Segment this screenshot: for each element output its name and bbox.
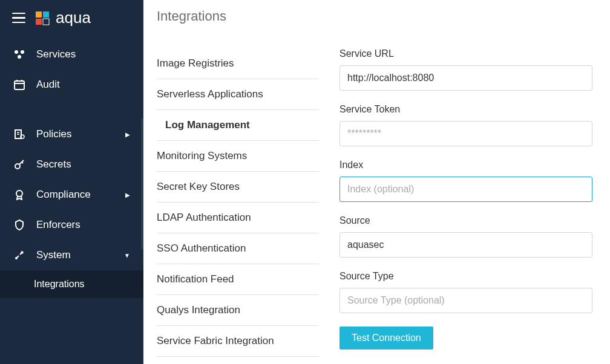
- brand-text: aqua: [56, 8, 91, 27]
- sidebar-item-secrets[interactable]: Secrets: [0, 149, 143, 180]
- svg-rect-2: [36, 19, 42, 25]
- calendar-icon: [13, 79, 25, 91]
- sidebar-subitem-integrations[interactable]: Integrations: [0, 270, 143, 298]
- svg-rect-1: [43, 11, 49, 18]
- hamburger-menu-icon[interactable]: [12, 13, 25, 24]
- nav-label: Audit: [36, 79, 60, 91]
- sidebar-header: aqua: [0, 8, 143, 39]
- sidebar-item-compliance[interactable]: Compliance ▶: [0, 180, 143, 210]
- svg-rect-7: [15, 81, 24, 89]
- svg-rect-0: [36, 11, 42, 18]
- main-content: Integrations Image Registries Serverless…: [143, 0, 610, 364]
- sublist-item-qualys-integration[interactable]: Qualys Integration: [157, 295, 319, 326]
- aqua-logo-icon: [34, 10, 51, 27]
- page-title: Integrations: [157, 8, 610, 24]
- svg-point-5: [21, 50, 24, 54]
- source-input[interactable]: [339, 232, 592, 258]
- svg-point-15: [15, 164, 20, 169]
- sidebar-item-policies[interactable]: Policies ▶: [0, 119, 143, 149]
- nav-label: Policies: [36, 128, 72, 140]
- service-token-label: Service Token: [339, 104, 592, 115]
- sublist-item-serverless-applications[interactable]: Serverless Applications: [157, 79, 319, 110]
- sublist-item-secret-key-stores[interactable]: Secret Key Stores: [157, 172, 319, 203]
- services-icon: [13, 48, 25, 60]
- sidebar: aqua Services Audit Policies ▶: [0, 0, 143, 364]
- nav-label: Secrets: [36, 158, 71, 171]
- svg-rect-3: [43, 19, 49, 25]
- sublist-item-notification-feed[interactable]: Notification Feed: [157, 264, 319, 295]
- index-label: Index: [339, 160, 592, 171]
- chevron-right-icon: ▶: [125, 131, 130, 138]
- key-icon: [13, 158, 25, 171]
- nav-label: Compliance: [36, 189, 91, 201]
- index-input[interactable]: [339, 177, 592, 202]
- sublist-item-image-registries[interactable]: Image Registries: [157, 48, 319, 79]
- svg-point-18: [16, 190, 22, 197]
- chevron-down-icon: ▼: [124, 252, 130, 259]
- service-url-input[interactable]: [339, 65, 592, 91]
- nav-label: System: [36, 249, 71, 261]
- sublist-item-log-management[interactable]: Log Management: [157, 110, 319, 141]
- sidebar-item-enforcers[interactable]: Enforcers: [0, 210, 143, 240]
- source-label: Source: [339, 215, 592, 226]
- sidebar-item-services[interactable]: Services: [0, 39, 143, 70]
- brand-logo[interactable]: aqua: [34, 8, 91, 27]
- sublist-item-monitoring-systems[interactable]: Monitoring Systems: [157, 141, 319, 172]
- svg-point-4: [15, 50, 18, 54]
- log-management-form: Service URL Service Token Index Source S…: [339, 48, 592, 357]
- nav-label: Enforcers: [36, 219, 80, 231]
- nav-label: Services: [36, 48, 76, 60]
- svg-point-6: [18, 55, 21, 59]
- source-type-input[interactable]: [339, 288, 592, 313]
- badge-icon: [13, 189, 25, 201]
- service-token-input[interactable]: [339, 121, 592, 146]
- shield-icon: [13, 219, 25, 231]
- policies-icon: [13, 128, 25, 140]
- sidebar-item-audit[interactable]: Audit: [0, 70, 143, 100]
- source-type-label: Source Type: [339, 271, 592, 282]
- nav-label: Integrations: [34, 279, 85, 289]
- service-url-label: Service URL: [339, 48, 592, 59]
- svg-line-17: [22, 162, 23, 163]
- chevron-right-icon: ▶: [125, 192, 130, 198]
- tools-icon: [13, 249, 25, 261]
- sublist-item-sso-authentication[interactable]: SSO Authentication: [157, 233, 319, 264]
- integrations-sublist: Image Registries Serverless Applications…: [157, 48, 319, 357]
- svg-point-19: [15, 257, 18, 259]
- sublist-item-ldap-authentication[interactable]: LDAP Authentication: [157, 203, 319, 233]
- sublist-item-service-fabric-integration[interactable]: Service Fabric Integration: [157, 326, 319, 357]
- test-connection-button[interactable]: Test Connection: [339, 327, 433, 349]
- sidebar-item-system[interactable]: System ▼: [0, 240, 143, 270]
